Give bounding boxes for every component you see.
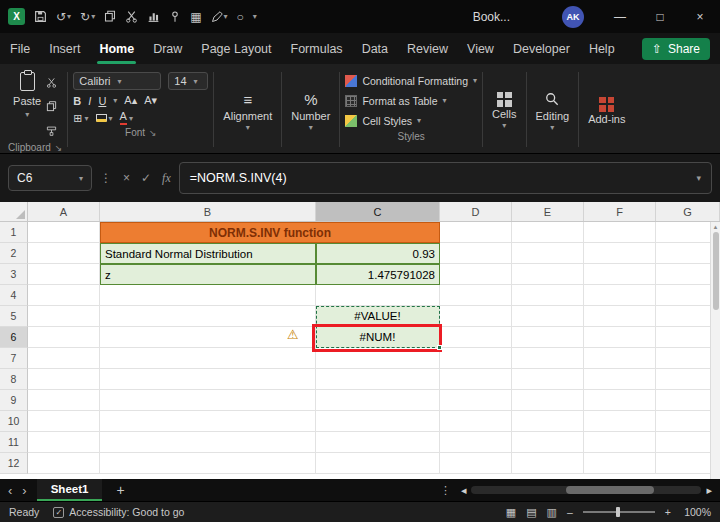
tab-page-layout[interactable]: Page Layout bbox=[201, 33, 271, 64]
clipboard-dialog-launcher[interactable]: ↘ bbox=[55, 143, 63, 153]
cell[interactable] bbox=[584, 285, 656, 306]
cell[interactable] bbox=[28, 411, 100, 432]
cell[interactable] bbox=[100, 285, 316, 306]
cell[interactable] bbox=[316, 369, 440, 390]
cell[interactable] bbox=[28, 432, 100, 453]
cell-b3[interactable]: z bbox=[100, 264, 316, 285]
cell[interactable] bbox=[316, 390, 440, 411]
cell[interactable] bbox=[440, 222, 512, 243]
cell-b2[interactable]: Standard Normal Distribution bbox=[100, 243, 316, 264]
page-layout-view-button[interactable]: ▤ bbox=[526, 506, 536, 519]
cell[interactable] bbox=[584, 411, 656, 432]
scroll-right-icon[interactable]: ▸ bbox=[706, 484, 712, 497]
paste-button[interactable]: Paste ▾ bbox=[13, 68, 41, 119]
cell[interactable] bbox=[512, 432, 584, 453]
column-header-g[interactable]: G bbox=[656, 202, 720, 221]
grow-font-button[interactable]: A▴ bbox=[124, 94, 137, 107]
cell[interactable] bbox=[584, 264, 656, 285]
shrink-font-button[interactable]: A▾ bbox=[144, 94, 157, 107]
cell-c2[interactable]: 0.93 bbox=[316, 243, 440, 264]
zoom-slider[interactable] bbox=[583, 511, 655, 513]
cell[interactable] bbox=[584, 369, 656, 390]
scroll-up-icon[interactable]: ▲ bbox=[713, 222, 719, 232]
cut-icon[interactable] bbox=[125, 10, 138, 23]
cell[interactable] bbox=[440, 243, 512, 264]
cell[interactable] bbox=[28, 222, 100, 243]
cell[interactable] bbox=[512, 306, 584, 327]
cell[interactable] bbox=[440, 411, 512, 432]
tab-formulas[interactable]: Formulas bbox=[291, 33, 343, 64]
fill-color-button[interactable]: ▾ bbox=[96, 114, 113, 123]
cell[interactable] bbox=[100, 306, 316, 327]
cell[interactable] bbox=[512, 327, 584, 348]
maximize-button[interactable]: □ bbox=[640, 0, 680, 33]
cell[interactable] bbox=[440, 453, 512, 474]
font-color-button[interactable]: A▾ bbox=[120, 111, 133, 125]
cell[interactable] bbox=[440, 327, 512, 348]
column-header-b[interactable]: B bbox=[100, 202, 316, 221]
cell[interactable] bbox=[584, 390, 656, 411]
qat-more-button[interactable]: ▾ bbox=[253, 12, 257, 21]
cell[interactable] bbox=[316, 285, 440, 306]
vertical-scroll-thumb[interactable] bbox=[713, 232, 719, 310]
cell[interactable] bbox=[584, 306, 656, 327]
add-sheet-button[interactable]: + bbox=[112, 482, 128, 498]
select-all-corner[interactable] bbox=[0, 202, 28, 221]
cell[interactable] bbox=[100, 348, 316, 369]
tab-home[interactable]: Home bbox=[99, 33, 134, 64]
italic-button[interactable]: I bbox=[88, 95, 91, 107]
cell-styles-button[interactable]: Cell Styles ▾ bbox=[345, 112, 477, 129]
tab-help[interactable]: Help bbox=[589, 33, 615, 64]
pin-icon[interactable] bbox=[169, 10, 181, 23]
cell[interactable] bbox=[28, 369, 100, 390]
cell[interactable] bbox=[584, 327, 656, 348]
expand-formula-bar-icon[interactable]: ▾ bbox=[696, 173, 701, 183]
cell[interactable] bbox=[100, 432, 316, 453]
normal-view-button[interactable]: ▦ bbox=[506, 506, 516, 519]
cell[interactable] bbox=[440, 369, 512, 390]
cell[interactable] bbox=[440, 285, 512, 306]
page-break-view-button[interactable]: ▥ bbox=[547, 506, 557, 519]
close-button[interactable]: × bbox=[680, 0, 720, 33]
cancel-entry-button[interactable]: × bbox=[123, 171, 130, 185]
tab-developer[interactable]: Developer bbox=[513, 33, 570, 64]
bold-button[interactable]: B bbox=[73, 95, 81, 107]
cell[interactable] bbox=[512, 348, 584, 369]
horizontal-scroll-track[interactable] bbox=[471, 486, 701, 494]
accessibility-status[interactable]: ✓ Accessibility: Good to go bbox=[53, 506, 184, 518]
cell[interactable] bbox=[28, 390, 100, 411]
cell[interactable] bbox=[512, 390, 584, 411]
minimize-button[interactable]: — bbox=[600, 0, 640, 33]
cell[interactable] bbox=[28, 327, 100, 348]
zoom-level[interactable]: 100% bbox=[681, 506, 711, 518]
cell[interactable] bbox=[100, 327, 316, 348]
cell[interactable] bbox=[512, 411, 584, 432]
record-icon[interactable]: ○ bbox=[237, 10, 244, 24]
cell[interactable] bbox=[316, 411, 440, 432]
column-header-f[interactable]: F bbox=[584, 202, 656, 221]
zoom-slider-handle[interactable] bbox=[616, 507, 620, 517]
save-icon[interactable] bbox=[34, 10, 47, 23]
cell[interactable] bbox=[512, 453, 584, 474]
tab-insert[interactable]: Insert bbox=[49, 33, 80, 64]
scroll-left-icon[interactable]: ◂ bbox=[461, 484, 467, 497]
row-header-12[interactable]: 12 bbox=[0, 453, 28, 474]
tab-draw[interactable]: Draw bbox=[153, 33, 182, 64]
column-header-c[interactable]: C bbox=[316, 202, 440, 221]
cell[interactable] bbox=[28, 264, 100, 285]
name-box[interactable]: C6 ▾ bbox=[8, 165, 92, 191]
row-header-6[interactable]: 6 bbox=[0, 327, 28, 348]
undo-button[interactable]: ↺▾ bbox=[56, 10, 71, 24]
cell[interactable] bbox=[512, 369, 584, 390]
cell[interactable] bbox=[584, 432, 656, 453]
cut-button[interactable] bbox=[46, 74, 57, 92]
error-warning-icon[interactable]: ⚠ bbox=[287, 328, 299, 341]
cell[interactable] bbox=[512, 222, 584, 243]
cell[interactable] bbox=[100, 369, 316, 390]
cell[interactable] bbox=[512, 243, 584, 264]
sheet-more-icon[interactable]: ⋮ bbox=[440, 484, 451, 497]
table-icon[interactable]: ▦ bbox=[190, 10, 201, 24]
cell[interactable] bbox=[28, 348, 100, 369]
cell-c3[interactable]: 1.475791028 bbox=[316, 264, 440, 285]
zoom-out-button[interactable]: – bbox=[567, 506, 573, 518]
